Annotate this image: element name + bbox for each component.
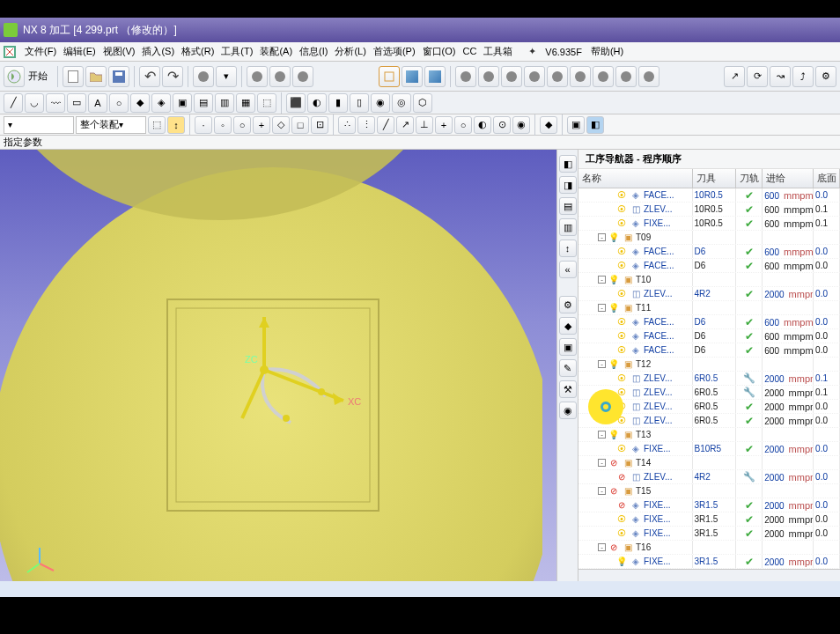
shape-tool-2[interactable]: ◈	[151, 93, 171, 113]
cam-btn-12[interactable]	[638, 66, 659, 87]
vt1-2[interactable]: ◨	[559, 176, 577, 194]
vt1-9[interactable]: ▣	[559, 338, 577, 356]
vt1-8[interactable]: ◆	[559, 317, 577, 335]
shape-tool-6[interactable]: ▦	[236, 93, 255, 113]
viewport-3d[interactable]: ZC XC	[0, 150, 556, 581]
solid-tool-7[interactable]: ⬡	[413, 93, 432, 113]
tree-op-row[interactable]: ⦿◈FACE...D6✔600 mmpm0.0	[578, 315, 840, 329]
cam-btn-2[interactable]	[402, 66, 423, 87]
sel-btn-17[interactable]: ◐	[474, 116, 491, 134]
menu-item-5[interactable]: 工具(T)	[221, 46, 253, 56]
selection-filter-1[interactable]: ▾	[4, 116, 74, 134]
menu-item-12[interactable]: 工具箱	[483, 46, 512, 56]
sel-btn-2[interactable]: ↕	[167, 116, 185, 134]
r-btn-1[interactable]: ↗	[724, 66, 745, 87]
start-button[interactable]	[4, 66, 25, 87]
tree-op-row[interactable]: ⦿◈FIXE...3R1.5✔2000 mmpm0.0	[578, 512, 840, 527]
tree-op-row[interactable]: ⦿◈FACE...D6✔600 mmpm0.0	[578, 343, 840, 358]
sel-btn-13[interactable]: ↗	[396, 116, 414, 134]
col-header-name[interactable]: 名称	[578, 169, 693, 188]
cam-btn-4[interactable]	[455, 66, 476, 87]
file-menu-icon[interactable]	[4, 46, 16, 58]
sel-btn-12[interactable]: ╱	[377, 116, 394, 134]
menu-item-11[interactable]: CC	[462, 46, 476, 56]
tool-btn-a3[interactable]	[247, 66, 268, 87]
tree-op-row[interactable]: ⦿◫ZLEV...6R0.5🔧2000 mmpm0.1	[578, 372, 840, 386]
tree-op-row[interactable]: ⊘◈FIXE...3R1.5✔2000 mmpm0.0	[578, 498, 840, 512]
vt1-5[interactable]: ↕	[559, 240, 577, 257]
tree-group-row[interactable]: -⊘▣T15	[578, 484, 840, 498]
tree-group-row[interactable]: -💡▣T09	[578, 231, 840, 245]
open-button[interactable]	[85, 66, 107, 87]
vt1-10[interactable]: ✎	[559, 359, 577, 377]
shape-tool-3[interactable]: ▣	[173, 93, 192, 113]
cam-btn-5[interactable]	[478, 66, 499, 87]
cam-btn-6[interactable]	[501, 66, 522, 87]
nav-scrollbar[interactable]	[578, 569, 840, 581]
expander-icon[interactable]: -	[598, 304, 606, 312]
tree-group-row[interactable]: -💡▣T13	[578, 428, 840, 442]
expander-icon[interactable]: -	[598, 233, 606, 241]
vt1-12[interactable]: ◉	[559, 402, 577, 419]
line-tool[interactable]: ╱	[4, 93, 23, 113]
menu-item-6[interactable]: 装配(A)	[260, 46, 292, 56]
cam-btn-9[interactable]	[570, 66, 591, 87]
tool-btn-a2[interactable]: ▾	[216, 66, 237, 87]
vt1-6[interactable]: «	[559, 261, 577, 278]
col-header-tool[interactable]: 刀具	[693, 169, 737, 188]
sel-btn-14[interactable]: ⊥	[416, 116, 433, 134]
cam-btn-7[interactable]	[524, 66, 545, 87]
r-btn-2[interactable]: ⟳	[747, 66, 768, 87]
undo-button[interactable]	[139, 66, 160, 87]
tree-op-row[interactable]: ⦿◫ZLEV...10R0.5✔600 mmpm0.1	[578, 203, 840, 217]
spline-tool[interactable]: 〰	[46, 93, 65, 113]
vt1-3[interactable]: ▤	[559, 197, 577, 215]
expander-icon[interactable]: -	[598, 487, 606, 495]
tool-btn-a1[interactable]	[193, 66, 214, 87]
sel-btn-15[interactable]: +	[435, 116, 453, 134]
sel-btn-3[interactable]: ·	[195, 116, 212, 134]
tree-op-row[interactable]: ⊘◫ZLEV...4R2🔧2000 mmpm0.0	[578, 470, 840, 484]
sel-btn-16[interactable]: ○	[454, 116, 472, 134]
sel-btn-9[interactable]: ⊡	[311, 116, 328, 134]
vt1-7[interactable]: ⚙	[559, 296, 577, 313]
sel-btn-19[interactable]: ◉	[512, 116, 530, 134]
col-header-feed[interactable]: 进给	[763, 169, 814, 188]
tree-group-row[interactable]: -💡▣T10	[578, 273, 840, 287]
shape-tool-1[interactable]: ◆	[130, 93, 150, 113]
expander-icon[interactable]: -	[598, 360, 606, 368]
tool-btn-a5[interactable]	[292, 66, 313, 87]
sel-btn-4[interactable]: ◦	[214, 116, 232, 134]
solid-tool-6[interactable]: ◎	[392, 93, 411, 113]
expander-icon[interactable]: -	[598, 543, 606, 551]
arc-tool[interactable]: ◡	[25, 93, 44, 113]
r-btn-5[interactable]: ⚙	[815, 66, 836, 87]
vt1-11[interactable]: ⚒	[559, 380, 577, 398]
tool-btn-a4[interactable]	[269, 66, 291, 87]
tree-group-row[interactable]: -⊘▣T14	[578, 456, 840, 470]
selection-filter-2[interactable]: 整个装配▾	[76, 116, 146, 134]
circle-tool[interactable]: ○	[109, 93, 129, 113]
tree-op-row[interactable]: ⦿◈FACE...D6✔600 mmpm0.0	[578, 259, 840, 273]
solid-tool-3[interactable]: ▮	[328, 93, 348, 113]
menu-help[interactable]: 帮助(H)	[591, 45, 623, 58]
cam-btn-11[interactable]	[615, 66, 637, 87]
menu-item-3[interactable]: 插入(S)	[142, 46, 174, 56]
sel-btn-20[interactable]: ◆	[540, 116, 557, 134]
menu-item-1[interactable]: 编辑(E)	[63, 46, 96, 56]
tree-op-row[interactable]: ⦿◈FIXE...10R0.5✔600 mmpm0.1	[578, 217, 840, 231]
sel-btn-8[interactable]: □	[291, 116, 309, 134]
menu-item-4[interactable]: 格式(R)	[181, 46, 214, 56]
tree-op-row[interactable]: ⦿◈FACE...D6✔600 mmpm0.0	[578, 245, 840, 259]
menu-item-9[interactable]: 首选项(P)	[373, 46, 416, 56]
menu-item-8[interactable]: 分析(L)	[335, 46, 365, 56]
sel-btn-6[interactable]: +	[253, 116, 270, 134]
cam-btn-8[interactable]	[547, 66, 568, 87]
expander-icon[interactable]: -	[598, 459, 606, 467]
tree-group-row[interactable]: -⊘▣T16	[578, 541, 840, 555]
tree-group-row[interactable]: -💡▣T12	[578, 358, 840, 372]
col-header-last[interactable]: 底面	[814, 169, 840, 188]
sel-btn-10[interactable]: ∴	[338, 116, 356, 134]
tree-op-row[interactable]: 💡◈FIXE...3R1.5✔2000 mmpm0.0	[578, 555, 840, 569]
shape-tool-5[interactable]: ▥	[215, 93, 234, 113]
